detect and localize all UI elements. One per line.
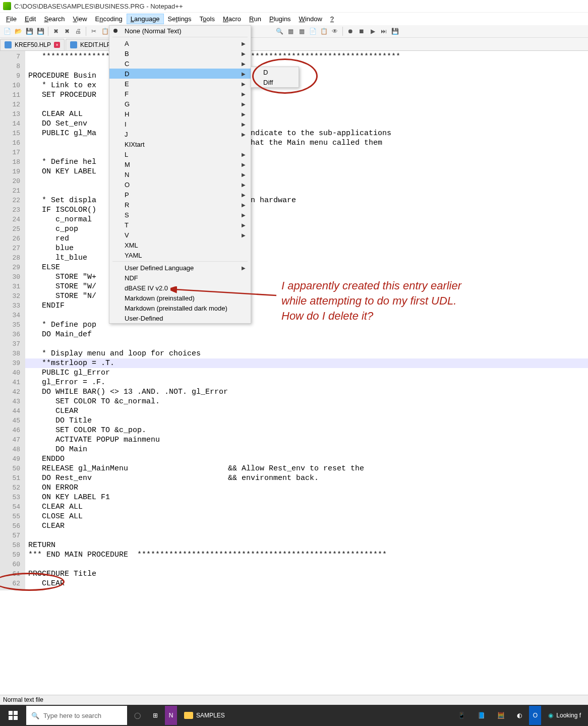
print-icon[interactable]: 🖨 bbox=[73, 26, 83, 36]
lang-user-defined[interactable]: User-Defined bbox=[109, 313, 251, 323]
code-line[interactable]: * Display menu and loop for choices bbox=[25, 349, 588, 358]
code-line[interactable]: *** END MAIN PROCEDURE *****************… bbox=[25, 550, 588, 560]
save-macro-icon[interactable]: 💾 bbox=[390, 26, 400, 36]
code-line[interactable]: ON KEY LABEL F1 bbox=[25, 493, 588, 502]
onenote-icon[interactable]: N bbox=[165, 706, 177, 725]
lang-letter-e[interactable]: E▶ bbox=[109, 79, 251, 89]
stop-icon[interactable]: ⏹ bbox=[357, 26, 367, 36]
tab-kref50[interactable]: KREF50.HLP × bbox=[0, 39, 65, 50]
code-line[interactable]: RELEASE gl_MainMenu && Allow Rest_env to… bbox=[25, 464, 588, 473]
lang-letter-p[interactable]: P▶ bbox=[109, 190, 251, 200]
code-line[interactable]: **mstrloop = .T. bbox=[25, 358, 588, 368]
code-line[interactable]: DO Main_def bbox=[25, 330, 588, 339]
code-line[interactable]: SET COLOR TO &c_normal. bbox=[25, 397, 588, 406]
menu-language[interactable]: Language bbox=[127, 14, 164, 24]
lang-letter-a[interactable]: A▶ bbox=[109, 38, 251, 48]
code-line[interactable] bbox=[25, 531, 588, 540]
save-icon[interactable]: 💾 bbox=[24, 26, 34, 36]
menu-file[interactable]: File bbox=[2, 14, 21, 24]
code-line[interactable]: DO Main bbox=[25, 445, 588, 454]
play-multi-icon[interactable]: ⏭ bbox=[379, 26, 389, 36]
toolbar-icon[interactable]: ▦ bbox=[285, 26, 296, 36]
lang-letter-d[interactable]: D▶ bbox=[109, 69, 251, 79]
lang-letter-o[interactable]: O▶ bbox=[109, 179, 251, 190]
lang-letter-n[interactable]: N▶ bbox=[109, 169, 251, 179]
lang-letter-m[interactable]: M▶ bbox=[109, 159, 251, 169]
start-button[interactable] bbox=[2, 705, 24, 726]
lang-letter-v[interactable]: V▶ bbox=[109, 230, 251, 240]
toolbar-icon[interactable]: 📄 bbox=[308, 26, 318, 36]
toolbar-icon[interactable]: 👁 bbox=[330, 26, 340, 36]
save-all-icon[interactable]: 💾 bbox=[35, 26, 45, 36]
steam-icon[interactable]: ◐ bbox=[512, 706, 527, 725]
lang-letter-j[interactable]: J▶ bbox=[109, 129, 251, 139]
menu-search[interactable]: Search bbox=[40, 14, 69, 24]
cut-icon[interactable]: ✂ bbox=[89, 26, 99, 36]
lang-letter-h[interactable]: H▶ bbox=[109, 109, 251, 119]
menu-macro[interactable]: Macro bbox=[219, 14, 245, 24]
outlook-icon[interactable]: O bbox=[529, 706, 541, 725]
taskbar-search[interactable]: 🔍 Type here to search bbox=[26, 706, 127, 725]
menu-tools[interactable]: Tools bbox=[196, 14, 219, 24]
menu-window[interactable]: Window bbox=[295, 14, 326, 24]
sublang-diff[interactable]: Diff bbox=[251, 77, 299, 87]
menu-help[interactable]: ? bbox=[326, 14, 338, 24]
explorer-samples[interactable]: SAMPLES bbox=[179, 706, 230, 725]
lang-ndf[interactable]: NDF bbox=[109, 273, 251, 283]
code-line[interactable]: CLEAR bbox=[25, 406, 588, 416]
lang-letter-r[interactable]: R▶ bbox=[109, 200, 251, 210]
lang-markdown-dark[interactable]: Markdown (preinstalled dark mode) bbox=[109, 303, 251, 313]
lang-letter-b[interactable]: B▶ bbox=[109, 48, 251, 58]
zoom-icon[interactable]: 🔍 bbox=[274, 26, 284, 36]
lang-yaml[interactable]: YAML bbox=[109, 250, 251, 260]
taskbar-app-icon[interactable]: 📘 bbox=[473, 706, 490, 725]
code-line[interactable] bbox=[25, 560, 588, 569]
menu-run[interactable]: Run bbox=[245, 14, 265, 24]
code-line[interactable]: ENDDO bbox=[25, 454, 588, 464]
lang-letter-t[interactable]: T▶ bbox=[109, 220, 251, 230]
menu-edit[interactable]: Edit bbox=[21, 14, 40, 24]
lang-udl[interactable]: User Defined Language▶ bbox=[109, 263, 251, 273]
close-all-icon[interactable]: ✖ bbox=[62, 26, 72, 36]
code-line[interactable] bbox=[25, 339, 588, 349]
lang-letter-f[interactable]: F▶ bbox=[109, 89, 251, 99]
code-line[interactable]: ACTIVATE POPUP mainmenu bbox=[25, 435, 588, 445]
cortana-icon[interactable]: ◯ bbox=[129, 706, 146, 725]
new-file-icon[interactable]: 📄 bbox=[2, 26, 12, 36]
code-line[interactable]: CLEAR ALL bbox=[25, 502, 588, 512]
code-line[interactable]: CLEAR bbox=[25, 521, 588, 531]
lang-dbase[interactable]: dBASE IV v2.0 bbox=[109, 283, 251, 293]
lang-letter-l[interactable]: L▶ bbox=[109, 149, 251, 159]
lang-kixtart[interactable]: KIXtart bbox=[109, 139, 251, 149]
toolbar-icon[interactable]: 📋 bbox=[319, 26, 329, 36]
lang-none[interactable]: None (Normal Text) bbox=[109, 26, 251, 36]
task-view-icon[interactable]: ⊞ bbox=[148, 706, 163, 725]
lang-markdown-pre[interactable]: Markdown (preinstalled) bbox=[109, 293, 251, 303]
menu-plugins[interactable]: Plugins bbox=[265, 14, 295, 24]
toolbar-icon[interactable]: ▦ bbox=[297, 26, 307, 36]
calculator-icon[interactable]: 🧮 bbox=[492, 706, 510, 725]
lang-xml[interactable]: XML bbox=[109, 240, 251, 250]
menu-encoding[interactable]: Encoding bbox=[91, 14, 127, 24]
close-icon[interactable]: × bbox=[54, 42, 60, 48]
code-line[interactable]: CLOSE ALL bbox=[25, 512, 588, 521]
code-line[interactable]: PUBLIC gl_Error bbox=[25, 368, 588, 378]
record-icon[interactable]: ⏺ bbox=[345, 26, 356, 36]
code-line[interactable]: DO Title bbox=[25, 416, 588, 426]
lang-letter-g[interactable]: G▶ bbox=[109, 99, 251, 109]
code-line[interactable]: CLEAR bbox=[25, 579, 588, 588]
code-line[interactable]: ON ERROR bbox=[25, 483, 588, 493]
code-line[interactable]: PROCEDURE Title bbox=[25, 569, 588, 579]
lang-letter-i[interactable]: I▶ bbox=[109, 119, 251, 129]
copy-icon[interactable]: 📋 bbox=[100, 26, 110, 36]
play-icon[interactable]: ▶ bbox=[368, 26, 378, 36]
edge-browser[interactable]: ◉ Looking f bbox=[543, 706, 586, 725]
open-file-icon[interactable]: 📂 bbox=[13, 26, 23, 36]
code-line[interactable]: DO WHILE BAR() <> 13 .AND. .NOT. gl_Erro… bbox=[25, 387, 588, 397]
menu-view[interactable]: View bbox=[69, 14, 91, 24]
code-line[interactable]: gl_Error = .F. bbox=[25, 378, 588, 387]
menu-settings[interactable]: Settings bbox=[164, 14, 196, 24]
taskbar-app-icon[interactable]: 📱 bbox=[453, 706, 471, 725]
close-icon[interactable]: ✖ bbox=[51, 26, 61, 36]
sublang-d[interactable]: D bbox=[251, 67, 299, 77]
